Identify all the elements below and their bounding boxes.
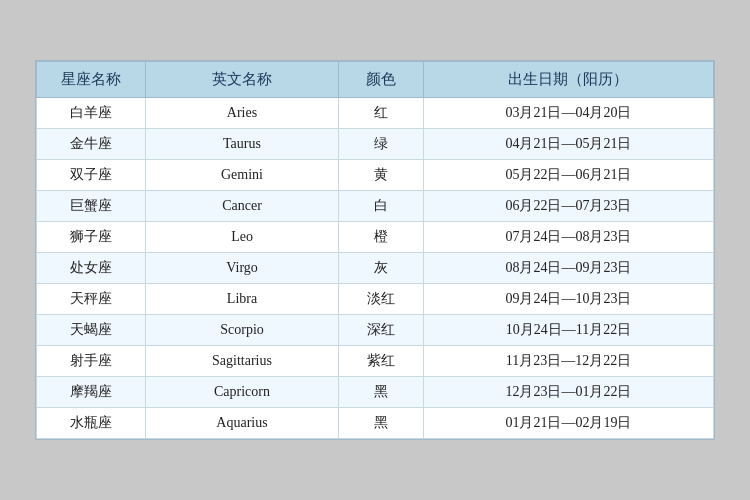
cell-zodiac-color: 紫红 bbox=[339, 346, 424, 377]
cell-zodiac-en: Virgo bbox=[145, 253, 338, 284]
table-row: 双子座Gemini黄05月22日—06月21日 bbox=[37, 160, 714, 191]
cell-zodiac-date: 01月21日—02月19日 bbox=[423, 408, 713, 439]
cell-zodiac-en: Scorpio bbox=[145, 315, 338, 346]
cell-zodiac-en: Taurus bbox=[145, 129, 338, 160]
table-row: 摩羯座Capricorn黑12月23日—01月22日 bbox=[37, 377, 714, 408]
cell-zodiac-name: 天秤座 bbox=[37, 284, 146, 315]
table-row: 天蝎座Scorpio深红10月24日—11月22日 bbox=[37, 315, 714, 346]
table-header-row: 星座名称 英文名称 颜色 出生日期（阳历） bbox=[37, 62, 714, 98]
cell-zodiac-color: 黑 bbox=[339, 408, 424, 439]
cell-zodiac-name: 天蝎座 bbox=[37, 315, 146, 346]
cell-zodiac-name: 白羊座 bbox=[37, 98, 146, 129]
cell-zodiac-en: Gemini bbox=[145, 160, 338, 191]
cell-zodiac-name: 处女座 bbox=[37, 253, 146, 284]
table-row: 白羊座Aries红03月21日—04月20日 bbox=[37, 98, 714, 129]
header-col1: 星座名称 bbox=[37, 62, 146, 98]
cell-zodiac-color: 白 bbox=[339, 191, 424, 222]
table-row: 水瓶座Aquarius黑01月21日—02月19日 bbox=[37, 408, 714, 439]
cell-zodiac-color: 深红 bbox=[339, 315, 424, 346]
cell-zodiac-en: Leo bbox=[145, 222, 338, 253]
cell-zodiac-date: 03月21日—04月20日 bbox=[423, 98, 713, 129]
table-row: 处女座Virgo灰08月24日—09月23日 bbox=[37, 253, 714, 284]
cell-zodiac-date: 05月22日—06月21日 bbox=[423, 160, 713, 191]
header-col4: 出生日期（阳历） bbox=[423, 62, 713, 98]
cell-zodiac-date: 08月24日—09月23日 bbox=[423, 253, 713, 284]
cell-zodiac-name: 狮子座 bbox=[37, 222, 146, 253]
table-row: 金牛座Taurus绿04月21日—05月21日 bbox=[37, 129, 714, 160]
zodiac-table: 星座名称 英文名称 颜色 出生日期（阳历） 白羊座Aries红03月21日—04… bbox=[36, 61, 714, 439]
zodiac-table-wrapper: 星座名称 英文名称 颜色 出生日期（阳历） 白羊座Aries红03月21日—04… bbox=[35, 60, 715, 440]
cell-zodiac-en: Capricorn bbox=[145, 377, 338, 408]
cell-zodiac-color: 黑 bbox=[339, 377, 424, 408]
cell-zodiac-name: 摩羯座 bbox=[37, 377, 146, 408]
cell-zodiac-name: 双子座 bbox=[37, 160, 146, 191]
cell-zodiac-en: Libra bbox=[145, 284, 338, 315]
cell-zodiac-date: 07月24日—08月23日 bbox=[423, 222, 713, 253]
cell-zodiac-date: 12月23日—01月22日 bbox=[423, 377, 713, 408]
cell-zodiac-en: Aquarius bbox=[145, 408, 338, 439]
table-row: 巨蟹座Cancer白06月22日—07月23日 bbox=[37, 191, 714, 222]
cell-zodiac-color: 黄 bbox=[339, 160, 424, 191]
cell-zodiac-date: 11月23日—12月22日 bbox=[423, 346, 713, 377]
cell-zodiac-date: 06月22日—07月23日 bbox=[423, 191, 713, 222]
cell-zodiac-en: Sagittarius bbox=[145, 346, 338, 377]
table-row: 射手座Sagittarius紫红11月23日—12月22日 bbox=[37, 346, 714, 377]
cell-zodiac-name: 巨蟹座 bbox=[37, 191, 146, 222]
table-row: 狮子座Leo橙07月24日—08月23日 bbox=[37, 222, 714, 253]
cell-zodiac-color: 绿 bbox=[339, 129, 424, 160]
cell-zodiac-color: 淡红 bbox=[339, 284, 424, 315]
cell-zodiac-color: 灰 bbox=[339, 253, 424, 284]
header-col3: 颜色 bbox=[339, 62, 424, 98]
cell-zodiac-date: 09月24日—10月23日 bbox=[423, 284, 713, 315]
cell-zodiac-en: Cancer bbox=[145, 191, 338, 222]
cell-zodiac-en: Aries bbox=[145, 98, 338, 129]
cell-zodiac-date: 04月21日—05月21日 bbox=[423, 129, 713, 160]
header-col2: 英文名称 bbox=[145, 62, 338, 98]
table-row: 天秤座Libra淡红09月24日—10月23日 bbox=[37, 284, 714, 315]
cell-zodiac-color: 橙 bbox=[339, 222, 424, 253]
cell-zodiac-color: 红 bbox=[339, 98, 424, 129]
cell-zodiac-name: 金牛座 bbox=[37, 129, 146, 160]
cell-zodiac-name: 射手座 bbox=[37, 346, 146, 377]
cell-zodiac-name: 水瓶座 bbox=[37, 408, 146, 439]
cell-zodiac-date: 10月24日—11月22日 bbox=[423, 315, 713, 346]
